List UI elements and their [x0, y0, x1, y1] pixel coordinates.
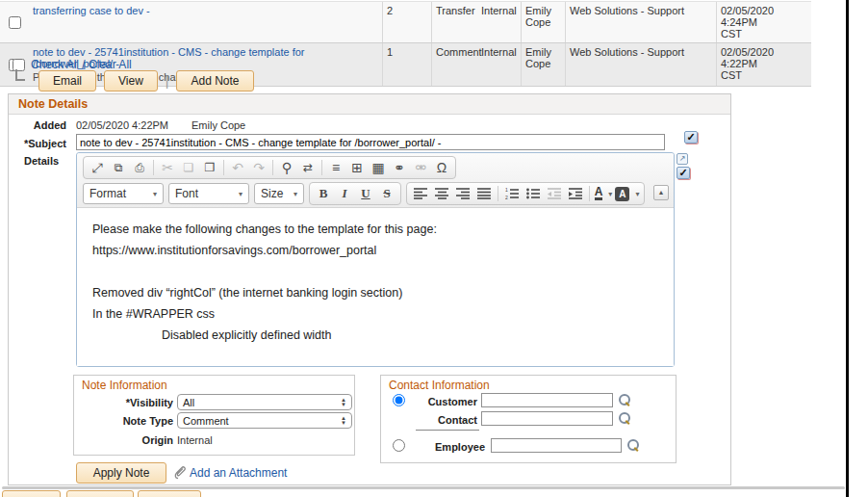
- collapse-toolbar-button[interactable]: ▲: [653, 185, 669, 200]
- add-attachment-link[interactable]: Add an Attachment: [190, 466, 287, 480]
- subject-label: *Subject: [20, 138, 66, 149]
- visibility-select[interactable]: All ▲▼: [177, 394, 352, 410]
- horizontal-line-icon[interactable]: ≡: [325, 158, 346, 177]
- insert-table-icon[interactable]: ⊞: [346, 158, 368, 177]
- details-rich-text-editor: ⤢ ⧉ ⎙ ✂ ❏ ❐ ↶ ↷ ⚲ ⇄ ≡ ⊞ ▦: [76, 152, 675, 367]
- cut-icon[interactable]: ✂: [157, 158, 178, 177]
- email-button[interactable]: Email: [38, 70, 96, 92]
- font-select[interactable]: Font▾: [168, 183, 249, 204]
- origin-label: Origin: [84, 434, 173, 446]
- paste-icon[interactable]: ❐: [199, 158, 220, 177]
- horizontal-scrollbar[interactable]: [2, 486, 845, 489]
- numbered-list-icon[interactable]: 12: [501, 184, 523, 203]
- note-type: Comment: [431, 43, 477, 86]
- note-visibility: Internal: [477, 43, 521, 86]
- button-separator: |: [166, 73, 169, 89]
- bold-icon[interactable]: B: [313, 184, 334, 203]
- note-visibility: Internal: [477, 2, 521, 42]
- background-color-icon[interactable]: A▾: [614, 184, 641, 203]
- link-icon[interactable]: ⚭: [389, 158, 410, 177]
- customer-lookup-icon[interactable]: [619, 394, 631, 406]
- spell-check-icon[interactable]: ✓: [677, 167, 690, 179]
- details-label: Details: [24, 155, 66, 167]
- text-color-icon[interactable]: A▾: [593, 184, 614, 203]
- note-date: 02/05/2020 4:24PM CST: [716, 2, 811, 42]
- increase-indent-icon[interactable]: [565, 184, 586, 203]
- note-count: 2: [382, 2, 431, 42]
- selection-bracket: [15, 69, 25, 81]
- add-note-button[interactable]: Add Note: [176, 70, 253, 92]
- underline-icon[interactable]: U: [355, 184, 376, 203]
- customer-input[interactable]: [481, 393, 613, 407]
- format-select[interactable]: Format▾: [83, 183, 164, 204]
- cut-off-button[interactable]: [138, 490, 201, 497]
- note-date: 02/05/2020 4:22PM CST: [716, 43, 811, 86]
- cut-off-button[interactable]: [2, 490, 61, 497]
- expand-editor-icon[interactable]: ↗: [677, 153, 688, 165]
- undo-icon[interactable]: ↶: [227, 158, 248, 177]
- view-button[interactable]: View: [104, 70, 158, 92]
- copy-icon[interactable]: ❏: [178, 158, 199, 177]
- align-right-icon[interactable]: [452, 184, 473, 203]
- note-details-section: Note Details Added 02/05/2020 4:22PM Emi…: [8, 93, 731, 485]
- chevron-down-icon: ▾: [635, 190, 639, 198]
- preview-icon[interactable]: ⧉: [108, 158, 129, 177]
- customer-label: Customer: [400, 396, 477, 407]
- note-type: Transfer: [431, 2, 477, 42]
- justify-icon[interactable]: [473, 184, 495, 203]
- print-icon[interactable]: ⎙: [129, 158, 150, 177]
- contact-label: Contact: [400, 414, 477, 426]
- note-author: Emily Cope: [521, 2, 565, 42]
- spinner-arrows-icon: ▲▼: [341, 398, 346, 407]
- insert-image-icon[interactable]: ▦: [368, 158, 389, 177]
- note-subject-link[interactable]: transferring case to dev -: [33, 5, 150, 16]
- redo-icon[interactable]: ↷: [248, 158, 269, 177]
- chevron-down-icon: ▾: [608, 190, 612, 198]
- find-icon[interactable]: ⚲: [276, 158, 297, 177]
- employee-radio[interactable]: [393, 439, 405, 452]
- note-author: Emily Cope: [521, 43, 565, 86]
- table-row: transferring case to dev - 2 Transfer In…: [0, 2, 811, 43]
- origin-value: Internal: [177, 434, 213, 446]
- strikethrough-icon[interactable]: S: [376, 184, 397, 203]
- check-all-link[interactable]: Check All / Clear All: [31, 58, 132, 71]
- contact-lookup-icon[interactable]: [619, 412, 631, 425]
- bulleted-list-icon[interactable]: [523, 184, 544, 203]
- decrease-indent-icon[interactable]: [544, 184, 565, 203]
- employee-label: Employee: [420, 441, 485, 453]
- unlink-icon[interactable]: ⚮: [410, 158, 431, 177]
- section-title: Note Details: [18, 97, 88, 111]
- cut-off-button[interactable]: [66, 490, 134, 497]
- paperclip-icon: [174, 465, 187, 480]
- note-count: 1: [382, 43, 431, 86]
- spinner-arrows-icon: ▲▼: [341, 416, 346, 426]
- replace-icon[interactable]: ⇄: [297, 158, 319, 177]
- svg-text:1: 1: [505, 188, 508, 193]
- align-left-icon[interactable]: [410, 184, 431, 203]
- section-title: Contact Information: [381, 376, 676, 393]
- italic-icon[interactable]: I: [334, 184, 355, 203]
- note-type-select[interactable]: Comment ▲▼: [177, 412, 352, 429]
- note-provider-group: Web Solutions - Support: [565, 2, 716, 42]
- align-center-icon[interactable]: [431, 184, 452, 203]
- section-title: Note Information: [74, 376, 354, 393]
- group-divider: [416, 430, 479, 431]
- added-value: 02/05/2020 4:22PM: [76, 119, 168, 131]
- subject-input[interactable]: [76, 134, 665, 150]
- spell-check-icon[interactable]: ✓: [684, 131, 698, 144]
- frame-border: [846, 0, 849, 497]
- contact-input[interactable]: [481, 411, 613, 426]
- contact-information-section: Contact Information Customer Contact Emp…: [380, 375, 677, 463]
- editor-content[interactable]: Please make the following changes to the…: [77, 208, 674, 366]
- employee-input[interactable]: [491, 438, 622, 453]
- row-checkbox[interactable]: [9, 16, 21, 29]
- note-type-label: Note Type: [84, 415, 173, 427]
- apply-note-button[interactable]: Apply Note: [76, 462, 166, 484]
- size-select[interactable]: Size▾: [254, 183, 304, 204]
- employee-lookup-icon[interactable]: [627, 439, 640, 452]
- note-provider-group: Web Solutions - Support: [565, 43, 716, 86]
- special-character-icon[interactable]: Ω: [431, 158, 452, 177]
- maximize-icon[interactable]: ⤢: [87, 158, 108, 177]
- added-label: Added: [24, 119, 66, 131]
- chevron-down-icon: ▾: [153, 190, 157, 198]
